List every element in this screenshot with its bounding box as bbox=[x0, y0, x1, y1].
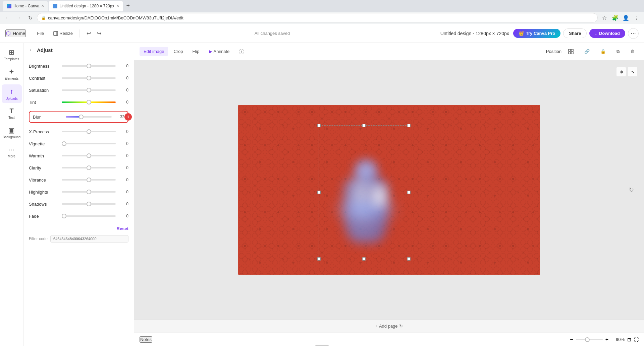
tab-home[interactable]: Home - Canva ✕ bbox=[3, 1, 48, 11]
brightness-slider[interactable] bbox=[62, 65, 116, 67]
shadows-slider[interactable] bbox=[62, 203, 116, 205]
handle-top-center[interactable] bbox=[362, 124, 366, 127]
status-bar: Notes − + 90% ⊡ bbox=[134, 333, 644, 346]
sidebar-item-elements[interactable]: ✦ Elements bbox=[2, 65, 22, 83]
blur-badge: 1 bbox=[124, 113, 132, 121]
forward-button[interactable]: → bbox=[14, 13, 23, 22]
canvas-area: ⊕ ⤡ ↻ bbox=[134, 60, 644, 333]
add-page-button[interactable]: + Add page ↻ bbox=[375, 324, 402, 329]
resize-label: Resize bbox=[59, 31, 73, 36]
sidebar-item-background[interactable]: ▣ Background bbox=[2, 124, 22, 142]
fullscreen-button[interactable]: ⛶ bbox=[634, 337, 639, 342]
tab-close-home[interactable]: ✕ bbox=[41, 4, 44, 8]
try-pro-button[interactable]: 👑 Try Canva Pro bbox=[513, 29, 560, 38]
svg-rect-5 bbox=[569, 52, 571, 54]
blur-slider[interactable] bbox=[66, 116, 112, 118]
reset-button[interactable]: Reset bbox=[29, 225, 128, 232]
extensions-button[interactable]: 🧩 bbox=[610, 13, 620, 22]
animate-label: Animate bbox=[214, 49, 230, 54]
warmth-slider[interactable] bbox=[62, 155, 116, 156]
filter-code-input[interactable] bbox=[50, 235, 128, 243]
sidebar-item-templates[interactable]: ⊞ Templates bbox=[2, 46, 22, 64]
file-button[interactable]: File bbox=[34, 29, 47, 37]
duplicate-icon-button[interactable]: ⧉ bbox=[612, 47, 624, 56]
zoom-out-button[interactable]: − bbox=[570, 337, 573, 343]
zoom-in-button[interactable]: + bbox=[605, 337, 608, 343]
xprocess-row: X-Process 0 bbox=[29, 128, 128, 135]
more-options-button[interactable]: ⋯ bbox=[628, 28, 639, 39]
share-button[interactable]: Share bbox=[563, 28, 587, 38]
highlights-slider[interactable] bbox=[62, 191, 116, 193]
clarity-slider-container bbox=[62, 164, 116, 171]
bookmark-button[interactable]: ☆ bbox=[600, 13, 609, 22]
zoom-percentage: 90% bbox=[611, 337, 625, 342]
sidebar-item-uploads[interactable]: ↑ Uploads bbox=[2, 84, 22, 103]
undo-button[interactable]: ↩ bbox=[84, 29, 94, 38]
handle-bottom-left[interactable] bbox=[317, 257, 321, 261]
saturation-slider-container bbox=[62, 87, 116, 93]
blur-row: Blur 32 1 bbox=[29, 111, 128, 123]
selected-element[interactable] bbox=[319, 125, 409, 259]
grid-icon-button[interactable] bbox=[564, 47, 578, 56]
clarity-slider[interactable] bbox=[62, 167, 116, 168]
info-button[interactable]: i bbox=[235, 47, 248, 56]
svg-rect-0 bbox=[54, 31, 58, 36]
handle-bottom-right[interactable] bbox=[407, 257, 411, 261]
expand-icon-button[interactable]: ⤡ bbox=[628, 67, 637, 76]
redo-button[interactable]: ↪ bbox=[94, 29, 104, 38]
position-button[interactable]: Position bbox=[546, 49, 561, 54]
reload-button[interactable]: ↻ bbox=[25, 13, 35, 22]
undo-icon: ↩ bbox=[87, 30, 91, 37]
handle-middle-left[interactable] bbox=[317, 191, 321, 194]
contrast-slider[interactable] bbox=[62, 77, 116, 79]
canvas-wrapper: ⊕ ⤡ ↻ bbox=[134, 60, 644, 319]
highlights-value: 0 bbox=[118, 190, 128, 194]
adjust-panel: ← Adjust Brightness 0 Contrast bbox=[23, 43, 134, 346]
tab-close-design[interactable]: ✕ bbox=[116, 4, 119, 8]
tab-favicon-home bbox=[7, 4, 11, 8]
tab-home-label: Home - Canva bbox=[13, 4, 39, 8]
vibrance-slider[interactable] bbox=[62, 179, 116, 181]
browser-menu-button[interactable]: ⋮ bbox=[632, 13, 641, 22]
xprocess-slider[interactable] bbox=[62, 131, 116, 132]
fit-screen-button[interactable]: ⊡ bbox=[627, 337, 631, 342]
more-dots-icon: ⋯ bbox=[631, 30, 636, 37]
flip-button[interactable]: Flip bbox=[189, 47, 204, 56]
handle-middle-right[interactable] bbox=[407, 191, 411, 194]
new-tab-button[interactable]: + bbox=[124, 2, 133, 9]
tab-design[interactable]: Untitled design - 1280 × 720px ✕ bbox=[49, 1, 123, 11]
blur-label: Blur bbox=[33, 115, 63, 120]
link-icon-button[interactable]: 🔗 bbox=[580, 47, 594, 56]
saved-status: All changes saved bbox=[108, 31, 436, 36]
edit-image-button[interactable]: Edit image bbox=[140, 47, 168, 56]
fade-slider[interactable] bbox=[62, 215, 116, 217]
share-label: Share bbox=[569, 31, 581, 36]
handle-top-right[interactable] bbox=[407, 124, 411, 127]
rotate-button[interactable]: ↻ bbox=[629, 186, 634, 194]
zoom-slider[interactable] bbox=[576, 339, 603, 340]
back-button[interactable]: ← bbox=[29, 47, 34, 53]
saturation-slider[interactable] bbox=[62, 89, 116, 91]
home-button[interactable]: ⬡ Home bbox=[5, 29, 26, 37]
expand-handle[interactable] bbox=[312, 344, 332, 346]
crop-button[interactable]: Crop bbox=[169, 47, 187, 56]
download-button[interactable]: ↓ Download bbox=[589, 29, 625, 38]
handle-top-left[interactable] bbox=[317, 124, 321, 127]
canvas-background bbox=[238, 105, 540, 275]
sidebar-item-text[interactable]: T Text bbox=[2, 105, 22, 122]
lock-icon-button[interactable]: 🔒 bbox=[596, 47, 610, 56]
shadows-label: Shadows bbox=[29, 202, 59, 207]
back-button[interactable]: ← bbox=[3, 13, 12, 22]
address-bar[interactable]: 🔒 canva.com/design/DAEtOOOp1mM/BeCODnOMW… bbox=[37, 13, 598, 22]
sidebar-item-more[interactable]: ··· More bbox=[2, 143, 22, 161]
animate-button[interactable]: ▶ Animate bbox=[205, 47, 234, 56]
tint-slider[interactable] bbox=[62, 101, 116, 103]
trash-icon-button[interactable]: 🗑 bbox=[626, 47, 639, 56]
vignette-slider[interactable] bbox=[62, 143, 116, 144]
contrast-value: 0 bbox=[118, 76, 128, 80]
notes-button[interactable]: Notes bbox=[140, 336, 152, 343]
profile-button[interactable]: 👤 bbox=[621, 13, 631, 22]
copy-icon-button[interactable]: ⊕ bbox=[616, 67, 626, 76]
blur-slider-container bbox=[66, 114, 112, 120]
resize-button[interactable]: Resize bbox=[51, 29, 75, 37]
